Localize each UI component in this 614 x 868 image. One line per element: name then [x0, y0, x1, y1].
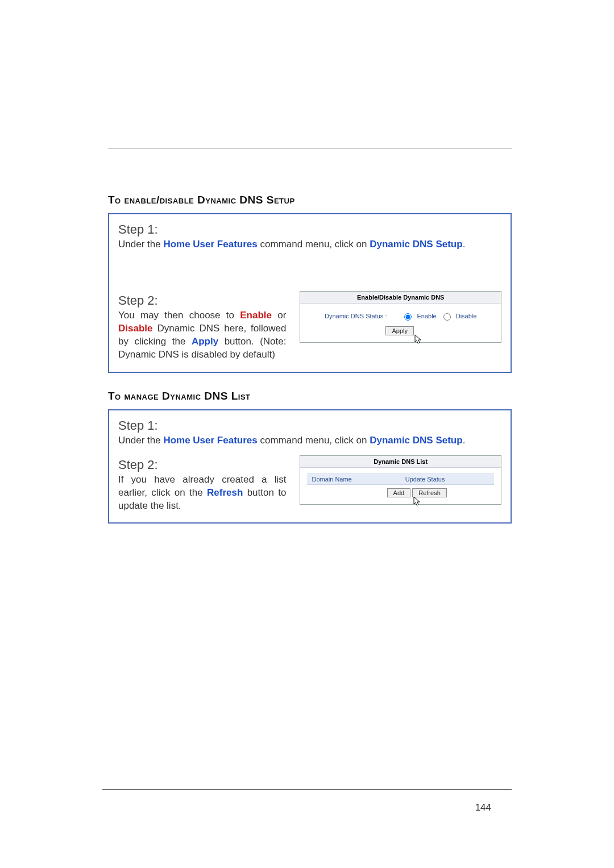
- page-number: 144: [102, 802, 512, 813]
- step1-body-2: Under the Home User Features command men…: [118, 434, 501, 447]
- link-home-user-features: Home User Features: [163, 239, 257, 250]
- link-dynamic-dns-setup: Dynamic DNS Setup: [370, 239, 462, 250]
- heading-manage-list: To manage Dynamic DNS List: [108, 390, 512, 402]
- col-update-status: Update Status: [401, 474, 494, 484]
- refresh-word: Refresh: [207, 487, 243, 498]
- col-domain-name: Domain Name: [307, 474, 400, 484]
- step-box-manage-list: Step 1: Under the Home User Features com…: [108, 409, 512, 524]
- link-home-user-features-2: Home User Features: [163, 435, 257, 446]
- text: .: [463, 435, 466, 446]
- radio-enable-label: Enable: [417, 313, 436, 319]
- screenshot-dns-list-panel: Dynamic DNS List Domain Name Update Stat…: [300, 455, 501, 505]
- status-label: Dynamic DNS Status :: [325, 313, 387, 319]
- link-dynamic-dns-setup-2: Dynamic DNS Setup: [370, 435, 462, 446]
- step2-title-2: Step 2:: [118, 458, 286, 472]
- footer: 144: [102, 789, 512, 813]
- screenshot-enable-disable-panel: Enable/Disable Dynamic DNS Dynamic DNS S…: [300, 291, 501, 343]
- step2-body-2: If you have already created a list earli…: [118, 474, 286, 513]
- step1-title-2: Step 1:: [118, 418, 501, 433]
- radio-disable-label: Disable: [456, 313, 477, 319]
- step2-title: Step 2:: [118, 293, 286, 308]
- radio-disable[interactable]: [443, 313, 451, 321]
- text: command menu, click on: [258, 239, 370, 250]
- enable-word: Enable: [240, 310, 272, 321]
- text: Under the: [118, 239, 163, 250]
- panel-title: Enable/Disable Dynamic DNS: [300, 292, 501, 304]
- radio-enable[interactable]: [404, 313, 412, 321]
- step1-body: Under the Home User Features command men…: [118, 238, 501, 251]
- add-button[interactable]: Add: [387, 488, 411, 497]
- top-rule: [108, 148, 512, 148]
- heading-enable-disable: To enable/disable Dynamic DNS Setup: [108, 194, 512, 206]
- step-box-enable-disable: Step 1: Under the Home User Features com…: [108, 213, 512, 373]
- text: .: [463, 239, 466, 250]
- text: or: [272, 310, 286, 321]
- apply-button[interactable]: Apply: [385, 326, 414, 335]
- list-header: Domain Name Update Status: [307, 474, 494, 485]
- apply-word: Apply: [192, 336, 218, 347]
- text: You may then choose to: [118, 310, 240, 321]
- panel-title-2: Dynamic DNS List: [300, 456, 501, 468]
- text: Under the: [118, 435, 163, 446]
- disable-word: Disable: [118, 323, 152, 334]
- step2-body: You may then choose to Enable or Disable…: [118, 309, 286, 362]
- step1-title: Step 1:: [118, 222, 501, 237]
- text: command menu, click on: [258, 435, 370, 446]
- bottom-rule: [102, 789, 512, 790]
